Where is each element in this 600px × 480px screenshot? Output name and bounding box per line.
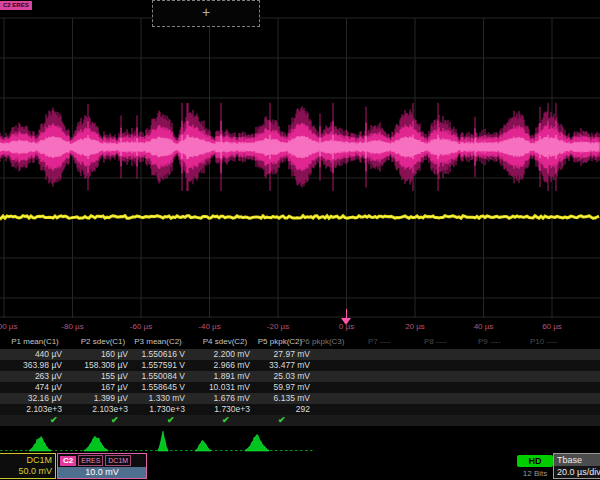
measure-max-P5: 59.97 mV <box>234 382 310 393</box>
c2-coupling-badge: DC1M <box>105 455 131 466</box>
measure-min-P5: 25.03 mV <box>234 371 310 382</box>
time-tick-label: 60 µs <box>527 322 577 331</box>
trigger-position-stem <box>346 309 347 318</box>
c2-channel-chip: C2 <box>60 456 76 466</box>
time-tick-label: -40 µs <box>185 322 235 331</box>
table-row-stripe <box>0 415 600 426</box>
channel-c1-descriptor[interactable]: DC1M 50.0 mV <box>0 453 56 479</box>
measure-mean-P5: 33.477 mV <box>234 360 310 371</box>
status-check-P2: ✔ <box>111 415 119 426</box>
time-tick-label: 20 µs <box>390 322 440 331</box>
plus-icon: + <box>202 4 210 20</box>
channel-c2-descriptor[interactable]: C2 ERES DC1M 10.0 mV <box>57 453 147 479</box>
bit-depth-label: 12 Bits <box>513 469 557 478</box>
histicon-peak-P5 <box>245 434 269 451</box>
time-tick-label: -80 µs <box>48 322 98 331</box>
param-header-P10[interactable]: P10 ---- <box>530 337 600 346</box>
measurement-table: P1 mean(C1)P2 sdev(C1)P3 mean(C2)P4 sdev… <box>0 336 600 428</box>
waveform-display[interactable] <box>0 0 600 318</box>
status-check-P5: ✔ <box>278 415 286 426</box>
param-header-P6[interactable]: P6 pkpk(C3) <box>300 337 370 346</box>
timebase-descriptor[interactable]: Tbase 20.0 µs/div <box>553 453 600 479</box>
time-tick-label: 40 µs <box>459 322 509 331</box>
timebase-value: 20.0 µs/div <box>554 466 600 478</box>
time-tick-label: -20 µs <box>253 322 303 331</box>
trace-annotation-badge: C2 ERES <box>0 1 32 10</box>
time-tick-label: -100 µs <box>0 322 29 331</box>
c2-scale-label: 10.0 mV <box>58 467 146 478</box>
measure-num-P5: 292 <box>234 404 310 415</box>
hd-mode-badge[interactable]: HD <box>517 455 553 467</box>
timebase-title: Tbase <box>554 454 600 466</box>
c1-coupling-label: DC1M <box>0 455 52 466</box>
measure-value-P5: 27.97 mV <box>234 349 310 360</box>
histicon-peak-P2 <box>84 436 108 451</box>
status-check-P3: ✔ <box>167 415 175 426</box>
histicon-peak-P4 <box>195 441 211 451</box>
param-header-P3[interactable]: P3 mean(C2) <box>123 337 193 346</box>
add-trace-button[interactable]: + <box>152 0 260 27</box>
c2-eres-badge: ERES <box>78 455 103 466</box>
status-check-P1: ✔ <box>50 415 58 426</box>
oscilloscope-screen: C2 ERES -100 µs-80 µs-60 µs-40 µs-20 µs0… <box>0 0 600 480</box>
measurement-histicons <box>0 428 600 453</box>
time-tick-label: -60 µs <box>116 322 166 331</box>
histicon-peak-P3 <box>158 431 168 451</box>
histicon-peak-P1 <box>29 436 51 451</box>
time-axis: -100 µs-80 µs-60 µs-40 µs-20 µs0 µs20 µs… <box>0 318 600 336</box>
c1-scale-label: 50.0 mV <box>0 466 52 477</box>
trigger-position-marker[interactable] <box>341 318 351 325</box>
measure-sdev-P5: 6.135 mV <box>234 393 310 404</box>
param-header-P1[interactable]: P1 mean(C1) <box>0 337 70 346</box>
status-check-P4: ✔ <box>222 415 230 426</box>
